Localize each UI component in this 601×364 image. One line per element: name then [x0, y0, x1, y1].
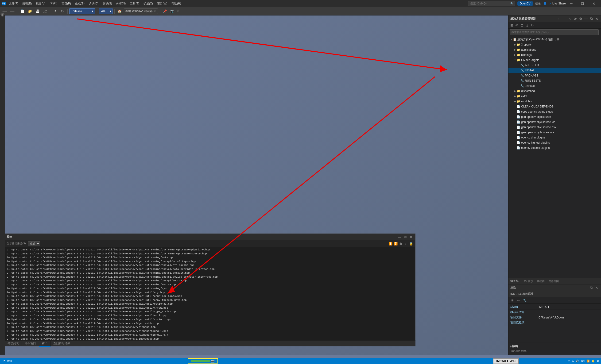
menu-git[interactable]: Git(G) — [48, 1, 59, 6]
tree-item-gen_opencv_objc_source_ios[interactable]: 📄 gen opencv objc source ios — [509, 119, 601, 125]
output-source-select[interactable]: 生成 — [28, 241, 40, 246]
tree-item-CMakeTargets[interactable]: ▼ 📁 CMakeTargets — [509, 58, 601, 63]
source-control-button[interactable]: ⎇ — [41, 8, 48, 15]
profile-badge[interactable]: OpenCV — [517, 1, 533, 6]
menu-window[interactable]: 窗口(W) — [155, 1, 169, 6]
status-keyboard-icon[interactable]: ⌨ — [581, 360, 585, 363]
props-close-button[interactable]: ✕ — [594, 285, 599, 290]
output-close-button[interactable]: ✕ — [409, 235, 413, 239]
back-button[interactable]: ⟵ — [1, 8, 8, 15]
tab-output[interactable]: 输出 — [39, 340, 50, 347]
se-forward-button[interactable]: → — [562, 16, 567, 21]
se-close-button[interactable]: ✕ — [594, 16, 599, 21]
status-settings-icon[interactable]: ⚙ — [597, 360, 599, 363]
minimize-button[interactable]: ─ — [566, 0, 577, 7]
forward-button[interactable]: ⟶ — [9, 8, 16, 15]
maximize-button[interactable]: □ — [577, 0, 588, 7]
login-button[interactable]: 登录 — [535, 2, 541, 6]
solution-search-input[interactable] — [510, 29, 599, 35]
tab-solution-explorer[interactable]: 解决方... — [509, 278, 522, 284]
menu-analyze[interactable]: 分析(N) — [114, 1, 128, 6]
menu-file[interactable]: 文件(F) — [7, 1, 20, 6]
tree-item-opencv_highgui_plugins[interactable]: 📄 opencv highgui plugins — [509, 140, 601, 145]
tree-item-CLEAN_CUDA_DEPENDS[interactable]: 📄 CLEAN CUDA DEPENDS — [509, 104, 601, 109]
tree-item-uninstall[interactable]: 🔧 uninstall — [509, 83, 601, 89]
output-scroll-bottom-button[interactable]: ⏬ — [393, 241, 398, 246]
menu-extensions[interactable]: 扩展(X) — [142, 1, 155, 6]
tree-item-gen_opencv_objc_source[interactable]: 📄 gen opencv objc source — [509, 114, 601, 119]
status-git-icon[interactable]: ⎇ — [2, 360, 5, 363]
tree-item-gen_opencv_objc_source_osx[interactable]: 📄 gen opencv objc source osx — [509, 125, 601, 130]
se-sync-button[interactable]: ↻ — [530, 23, 535, 28]
output-minimize-button[interactable]: — — [397, 235, 402, 239]
search-input[interactable] — [468, 1, 515, 6]
live-share-button[interactable]: ↗ Live Share — [549, 2, 566, 5]
configuration-dropdown[interactable]: Release ▼ — [69, 8, 95, 14]
open-button[interactable]: 📁 — [27, 8, 33, 15]
tree-item-3rdparty[interactable]: ▶ 📁 3rdparty — [509, 42, 601, 47]
new-project-button[interactable]: 📄 — [19, 8, 26, 15]
close-button[interactable]: ✕ — [588, 0, 599, 7]
se-settings-button[interactable]: ⚙ — [578, 16, 583, 21]
menu-project[interactable]: 项目(P) — [60, 1, 73, 6]
tab-error-list[interactable]: 错误列表 — [5, 341, 22, 346]
props-minimize-button[interactable]: — — [584, 285, 588, 290]
tree-item-gen_opencv_python_source[interactable]: 📄 gen opencv python source — [509, 130, 601, 135]
tree-item-modules[interactable]: ▶ 📁 modules — [509, 99, 601, 104]
tree-item-bindings[interactable]: ▶ 📁 bindings — [509, 52, 601, 58]
tree-item-copy_opencv_typing_stubs[interactable]: 📄 copy opencv typing stubs — [509, 109, 601, 114]
output-float-button[interactable]: ⧉ — [403, 235, 408, 239]
status-lang-zh[interactable]: 中 — [568, 359, 570, 363]
camera-button[interactable]: 📷 — [169, 8, 176, 15]
tree-item-dispatched[interactable]: ▶ 📁 dispatched — [509, 89, 601, 94]
tree-item-extra[interactable]: ▶ 📁 extra — [509, 94, 601, 99]
props-category-button[interactable]: ⊞ — [510, 298, 515, 303]
status-speaker-icon[interactable]: 🔊 — [576, 360, 579, 363]
status-bell-icon[interactable]: 🔔 — [591, 360, 595, 363]
tab-class-view[interactable]: 类视图 — [535, 279, 547, 284]
tree-item-opencv_videoio_plugins[interactable]: 📄 opencv videoio plugins — [509, 145, 601, 150]
props-float-button[interactable]: ⧉ — [589, 285, 594, 290]
tab-resource-view[interactable]: 资源视图 — [547, 279, 561, 284]
solution-root[interactable]: ▼ 📋 解决方案'OpenCV'(44 个项目，共 — [509, 37, 601, 42]
menu-view[interactable]: 视图(V) — [34, 1, 47, 6]
se-float-button[interactable]: ⧉ — [589, 16, 594, 21]
tab-git-changes[interactable]: Git 更改 — [522, 279, 535, 284]
tree-item-RUN_TESTS[interactable]: 🔧 RUN TESTS — [509, 78, 601, 83]
undo-button[interactable]: ↺ — [52, 8, 58, 15]
menu-build[interactable]: 生成(B) — [73, 1, 86, 6]
menu-help[interactable]: 帮助(H) — [170, 1, 183, 6]
tree-item-opencv_dnn_plugins[interactable]: 📄 opencv dnn plugins — [509, 135, 601, 140]
menu-tools[interactable]: 工具(T) — [128, 1, 141, 6]
pin-button[interactable]: 📌 — [161, 8, 168, 15]
se-home-button[interactable]: ⌂ — [567, 16, 572, 21]
activity-bar-label[interactable]: 解决方案资源管理器 — [1, 16, 4, 19]
redo-button[interactable]: ↻ — [59, 8, 66, 15]
output-lock-button[interactable]: 🔒 — [409, 241, 413, 246]
se-show-all-button[interactable]: 👁 — [515, 23, 519, 28]
props-alpha-button[interactable]: az — [516, 298, 521, 303]
se-collapse-button[interactable]: ⊟ — [509, 23, 514, 28]
tree-item-INSTALL[interactable]: 🔧 INSTALL — [509, 68, 601, 73]
props-pages-button[interactable]: 🔧 — [522, 298, 527, 303]
menu-test[interactable]: 测试(S) — [101, 1, 114, 6]
status-input-icon[interactable]: A — [572, 360, 574, 362]
tab-command-window[interactable]: 命令窗口 — [22, 341, 39, 346]
output-clear-button[interactable]: 🗑 — [398, 241, 403, 246]
tree-item-PACKAGE[interactable]: 🔧 PACKAGE — [509, 73, 601, 78]
tree-item-ALL_BUILD[interactable]: 🔧 ALL BUILD — [509, 63, 601, 68]
menu-edit[interactable]: 编辑(E) — [20, 1, 34, 6]
se-filter-button[interactable]: ⊡ — [520, 23, 524, 28]
tree-item-applications[interactable]: ▶ 📁 applications — [509, 47, 601, 52]
tab-find-results[interactable]: 查找符号结果 — [50, 341, 73, 346]
status-network-icon[interactable]: 📶 — [586, 360, 590, 363]
se-back-button[interactable]: ← — [557, 16, 561, 21]
se-pending-changes-button[interactable]: ± — [525, 23, 530, 28]
bookmark-button[interactable]: 🏠 — [116, 8, 123, 15]
se-minimize-button[interactable]: — — [584, 16, 588, 21]
output-scroll-top-button[interactable]: ⏫ — [388, 241, 393, 246]
debug-target-selector[interactable]: 本地 Windows 调试器 ▼ — [124, 9, 158, 14]
se-refresh-button[interactable]: ⟳ — [573, 16, 578, 21]
output-content[interactable]: 2— Up-to-date: C:/Users/AYU/Downloads/op… — [5, 247, 415, 340]
menu-debug[interactable]: 调试(D) — [87, 1, 100, 6]
